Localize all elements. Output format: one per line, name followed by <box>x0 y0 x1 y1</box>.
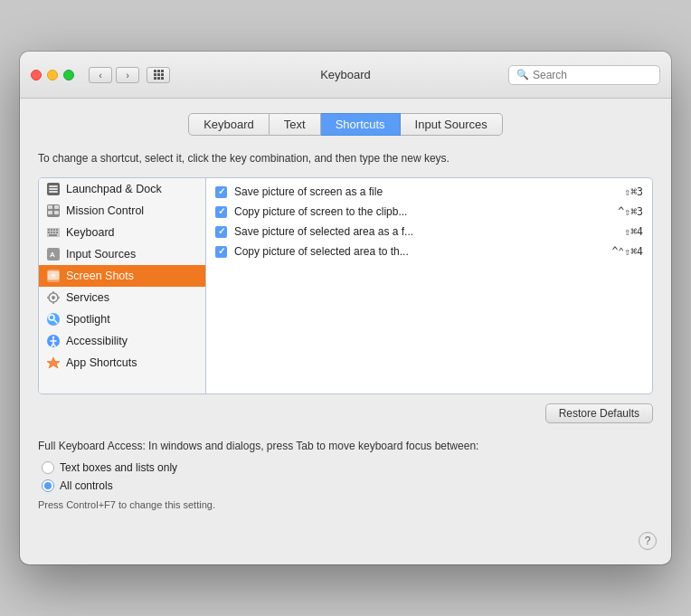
nav-buttons: ‹ › <box>89 67 139 83</box>
sidebar-item-spotlight[interactable]: Spotlight <box>39 308 205 330</box>
forward-button[interactable]: › <box>116 67 139 83</box>
titlebar: ‹ › Keyboard 🔍 <box>20 52 671 99</box>
mission-icon <box>46 204 61 218</box>
svg-rect-15 <box>51 232 52 233</box>
shortcut-label-3: Copy picture of selected area to th... <box>234 245 604 258</box>
shortcut-keys-2: ⇧⌘4 <box>624 225 643 238</box>
shortcut-row-3[interactable]: ✓ Copy picture of selected area to th...… <box>206 242 652 261</box>
search-icon: 🔍 <box>516 69 529 81</box>
shortcut-label-2: Save picture of selected area as a f... <box>234 225 617 238</box>
svg-point-34 <box>52 336 54 338</box>
radio-outer-text-boxes[interactable] <box>42 461 54 474</box>
svg-rect-13 <box>56 229 58 231</box>
checkbox-1[interactable]: ✓ <box>215 206 227 218</box>
svg-rect-1 <box>49 185 58 187</box>
tab-shortcuts[interactable]: Shortcuts <box>321 113 401 136</box>
sidebar-item-keyboard[interactable]: Keyboard <box>39 222 205 243</box>
appshortcuts-icon <box>46 355 61 370</box>
radio-all-controls[interactable]: All controls <box>42 479 653 492</box>
keyboard-icon <box>46 225 61 240</box>
grid-icon <box>154 70 164 80</box>
bottom-bar: Restore Defaults <box>38 403 653 423</box>
shortcut-label-1: Copy picture of screen to the clipb... <box>234 205 611 218</box>
grid-button[interactable] <box>147 67 170 83</box>
shortcut-keys-3: ^⌃⇧⌘4 <box>611 245 643 258</box>
tab-bar: Keyboard Text Shortcuts Input Sources <box>38 113 653 136</box>
sidebar-item-appshortcuts[interactable]: App Shortcuts <box>39 352 205 374</box>
shortcut-row-1[interactable]: ✓ Copy picture of screen to the clipb...… <box>206 202 652 222</box>
window-content: Keyboard Text Shortcuts Input Sources To… <box>20 99 671 564</box>
radio-group: Text boxes and lists only All controls <box>42 461 653 492</box>
svg-rect-10 <box>48 229 50 231</box>
sidebar-label-mission: Mission Control <box>66 204 144 217</box>
shortcut-keys-0: ⇧⌘3 <box>624 185 643 198</box>
radio-label-text-boxes: Text boxes and lists only <box>60 461 177 474</box>
maximize-button[interactable] <box>63 70 74 81</box>
radio-outer-all-controls[interactable] <box>42 479 54 492</box>
search-box[interactable]: 🔍 <box>508 65 660 85</box>
svg-rect-7 <box>48 211 52 214</box>
checkbox-2[interactable]: ✓ <box>215 226 227 238</box>
svg-text:A: A <box>50 251 55 259</box>
restore-defaults-button[interactable]: Restore Defaults <box>545 403 653 423</box>
services-icon <box>46 290 61 305</box>
sidebar-item-launchpad[interactable]: Launchpad & Dock <box>39 178 205 200</box>
sidebar-label-input: Input Sources <box>66 248 136 261</box>
svg-rect-8 <box>54 211 59 214</box>
sidebar-item-screenshots[interactable]: Screen Shots <box>39 265 205 287</box>
traffic-lights <box>31 70 74 81</box>
tab-input-sources[interactable]: Input Sources <box>401 113 503 136</box>
svg-point-23 <box>52 274 55 278</box>
sidebar-item-accessibility[interactable]: Accessibility <box>39 330 205 352</box>
sidebar-item-services[interactable]: Services <box>39 287 205 308</box>
fka-section: Full Keyboard Access: In windows and dia… <box>38 440 653 510</box>
sidebar-label-screenshots: Screen Shots <box>66 270 134 282</box>
content-area: Keyboard Text Shortcuts Input Sources To… <box>20 99 671 528</box>
shortcut-label-0: Save picture of screen as a file <box>234 185 617 198</box>
checkbox-0[interactable]: ✓ <box>215 186 227 198</box>
input-icon: A <box>46 247 61 261</box>
search-input[interactable] <box>533 69 652 81</box>
main-panel: Launchpad & Dock Mission <box>38 177 653 394</box>
back-button[interactable]: ‹ <box>89 67 112 83</box>
checkbox-3[interactable]: ✓ <box>215 246 227 258</box>
window-title: Keyboard <box>320 68 371 81</box>
svg-rect-11 <box>51 229 52 231</box>
shortcut-row-0[interactable]: ✓ Save picture of screen as a file ⇧⌘3 <box>206 182 652 202</box>
sidebar-label-keyboard: Keyboard <box>66 226 115 239</box>
sidebar-label-launchpad: Launchpad & Dock <box>66 183 162 195</box>
shortcuts-panel: ✓ Save picture of screen as a file ⇧⌘3 ✓… <box>206 178 652 393</box>
check-icon-2: ✓ <box>218 227 225 236</box>
svg-rect-12 <box>53 229 55 231</box>
sidebar-item-input[interactable]: A Input Sources <box>39 243 205 265</box>
sidebar-label-services: Services <box>66 291 109 304</box>
minimize-button[interactable] <box>47 70 58 81</box>
instruction-text: To change a shortcut, select it, click t… <box>38 150 653 166</box>
svg-rect-5 <box>48 205 52 209</box>
svg-point-25 <box>52 296 55 299</box>
help-button[interactable]: ? <box>639 532 657 550</box>
main-window: ‹ › Keyboard 🔍 Keyboard Text Shortcuts I… <box>20 52 671 564</box>
sidebar-item-mission[interactable]: Mission Control <box>39 200 205 222</box>
svg-rect-2 <box>49 188 58 190</box>
svg-rect-6 <box>54 205 59 209</box>
sidebar-label-appshortcuts: App Shortcuts <box>66 356 137 369</box>
shortcut-row-2[interactable]: ✓ Save picture of selected area as a f..… <box>206 222 652 242</box>
svg-rect-18 <box>49 234 57 236</box>
screenshot-icon <box>46 269 61 283</box>
radio-label-all-controls: All controls <box>60 479 113 492</box>
tab-keyboard[interactable]: Keyboard <box>188 113 270 136</box>
svg-rect-3 <box>49 191 58 193</box>
svg-rect-14 <box>48 232 50 233</box>
launchpad-icon <box>46 182 61 196</box>
svg-rect-16 <box>53 232 55 233</box>
sidebar-label-spotlight: Spotlight <box>66 313 110 326</box>
radio-text-boxes[interactable]: Text boxes and lists only <box>42 461 653 474</box>
fka-hint: Press Control+F7 to change this setting. <box>38 499 653 510</box>
svg-marker-40 <box>47 357 60 368</box>
shortcut-keys-1: ^⇧⌘3 <box>618 205 643 218</box>
close-button[interactable] <box>31 70 42 81</box>
tab-text[interactable]: Text <box>270 113 321 136</box>
spotlight-icon <box>46 312 61 327</box>
check-icon-3: ✓ <box>218 247 225 256</box>
